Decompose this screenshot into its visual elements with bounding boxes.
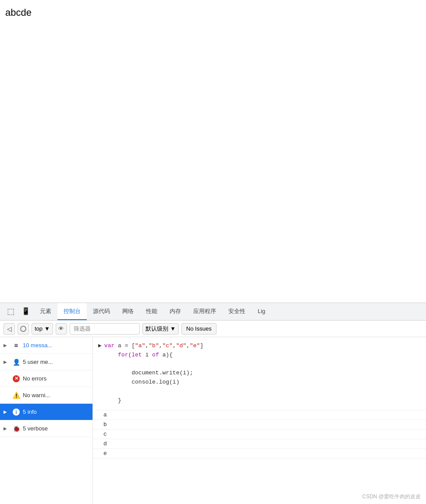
list-icon: ≡ <box>12 342 20 349</box>
tab-security[interactable]: 安全性 <box>222 303 252 320</box>
device-icon: 📱 <box>21 307 30 315</box>
output-line-a: a <box>93 410 426 420</box>
clear-button[interactable] <box>18 323 29 335</box>
expand-icon: ▶ <box>4 343 10 348</box>
tab-bar: ⬚ 📱 元素 控制台 源代码 网络 性能 内存 应用程序 安全性 Lig <box>0 303 426 321</box>
no-issues-label: No Issues <box>186 325 212 332</box>
sidebar-item-verbose[interactable]: ▶ 🐞 5 verbose <box>0 420 92 437</box>
code-str-e: "e" <box>190 342 200 349</box>
watermark: CSDN @爱吃牛肉的皮皮 <box>362 493 421 500</box>
code-block: ▶ var a = ["a","b","c","d","e"] for(let … <box>93 337 426 410</box>
page-content: abcde <box>0 0 426 303</box>
tab-inspect-icon[interactable]: ⬚ <box>4 303 18 320</box>
code-of-kw: of <box>152 352 159 358</box>
level-label: 默认级别 <box>146 325 168 333</box>
eye-icon: 👁 <box>58 325 64 332</box>
code-bracket-close: ] <box>200 342 203 349</box>
filter-input[interactable] <box>70 323 140 335</box>
top-label: top <box>35 325 43 332</box>
console-sidebar: ▶ ≡ 10 messa... ▶ 👤 5 user me... ✕ No er… <box>0 337 93 504</box>
code-closing-brace: } <box>118 397 121 404</box>
clear-icon <box>20 326 26 332</box>
expand-icon-2: ▶ <box>4 359 10 364</box>
sidebar-item-user-messages[interactable]: ▶ 👤 5 user me... <box>0 354 92 370</box>
sidebar-item-messages[interactable]: ▶ ≡ 10 messa... <box>0 337 92 354</box>
sidebar-user-messages-label: 5 user me... <box>23 359 53 365</box>
verbose-icon: 🐞 <box>12 425 20 433</box>
code-comma-3: , <box>173 342 176 349</box>
error-icon: ✕ <box>12 375 20 383</box>
page-text: abcde <box>0 0 426 25</box>
code-plain-1: a = [ <box>118 342 135 349</box>
console-main: ▶ ≡ 10 messa... ▶ 👤 5 user me... ✕ No er… <box>0 337 426 504</box>
output-line-b: b <box>93 420 426 430</box>
user-icon: 👤 <box>12 358 20 366</box>
warning-icon: ⚠️ <box>12 391 20 399</box>
tab-memory[interactable]: 内存 <box>163 303 187 320</box>
tab-device-icon[interactable]: 📱 <box>18 303 34 320</box>
code-console-log: console.log(i) <box>131 379 179 385</box>
inspect-icon: ⬚ <box>7 307 14 316</box>
tab-source[interactable]: 源代码 <box>87 303 116 320</box>
sidebar-messages-label: 10 messa... <box>23 342 52 349</box>
sidebar-verbose-label: 5 verbose <box>23 425 48 432</box>
eye-button[interactable]: 👁 <box>56 323 67 335</box>
output-line-c: c <box>93 430 426 439</box>
code-comma-4: , <box>186 342 190 349</box>
tab-lighthouse[interactable]: Lig <box>252 303 271 320</box>
info-icon: i <box>12 408 20 416</box>
back-icon: ◁ <box>7 325 12 332</box>
code-for-kw: for <box>118 352 128 358</box>
sidebar-errors-label: No errors <box>23 375 46 382</box>
no-issues-button[interactable]: No Issues <box>181 323 217 335</box>
code-a-brace: a){ <box>159 352 173 358</box>
code-str-c: "c" <box>163 342 173 349</box>
tab-elements[interactable]: 元素 <box>34 303 57 320</box>
code-str-b: "b" <box>149 342 159 349</box>
output-line-d: d <box>93 439 426 449</box>
code-i-of: i <box>142 352 152 358</box>
level-selector[interactable]: 默认级别 ▼ <box>142 323 179 335</box>
code-document-write: document.write(i); <box>131 370 193 376</box>
code-body: var a = ["a","b","c","d","e"] for(let i … <box>104 342 421 405</box>
chevron-down-icon: ▼ <box>44 325 50 332</box>
code-str-d: "d" <box>176 342 186 349</box>
code-comma-2: , <box>159 342 163 349</box>
tab-performance[interactable]: 性能 <box>140 303 163 320</box>
top-selector[interactable]: top ▼ <box>32 323 53 335</box>
code-arrow: ▶ <box>98 342 102 351</box>
tab-network[interactable]: 网络 <box>116 303 140 320</box>
expand-icon-5: ▶ <box>4 409 10 414</box>
sidebar-info-label: 5 info <box>23 409 37 415</box>
expand-icon-6: ▶ <box>4 426 10 431</box>
console-toolbar: ◁ top ▼ 👁 默认级别 ▼ No Issues <box>0 321 426 337</box>
code-let-kw: let <box>131 352 142 358</box>
output-line-e: e <box>93 449 426 458</box>
code-str-a: "a" <box>135 342 145 349</box>
sidebar-warnings-label: No warni... <box>23 392 50 398</box>
sidebar-item-errors[interactable]: ✕ No errors <box>0 370 92 387</box>
sidebar-item-warnings[interactable]: ⚠️ No warni... <box>0 387 92 404</box>
back-button[interactable]: ◁ <box>4 323 15 335</box>
sidebar-item-info[interactable]: ▶ i 5 info <box>0 404 92 420</box>
code-var-kw: var <box>104 342 114 349</box>
tab-console[interactable]: 控制台 <box>57 303 87 320</box>
level-chevron-icon: ▼ <box>170 325 176 332</box>
tab-application[interactable]: 应用程序 <box>187 303 222 320</box>
devtools-panel: ⬚ 📱 元素 控制台 源代码 网络 性能 内存 应用程序 安全性 Lig ◁ t… <box>0 303 426 504</box>
console-output: ▶ var a = ["a","b","c","d","e"] for(let … <box>93 337 426 504</box>
